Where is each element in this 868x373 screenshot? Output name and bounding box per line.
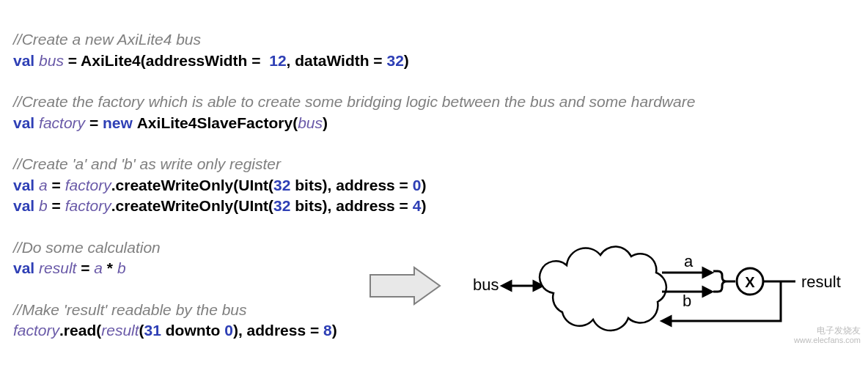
comment: //Do some calculation [13,239,161,256]
keyword-val: val [13,259,34,276]
ident-factory: factory [13,322,59,339]
op-eq: = [85,114,103,131]
ident-a: a [39,177,48,193]
ident-factory: factory [65,177,111,193]
svg-marker-2 [502,281,511,290]
svg-marker-11 [662,317,671,325]
num-32: 32 [273,197,290,214]
ident-factory: factory [39,114,85,131]
keyword-val: val [13,114,34,131]
multiplier-label: X [745,274,755,290]
call: .createWriteOnly(UInt( [111,177,273,193]
paren-close: ) [323,114,328,131]
ident-b: b [39,197,48,214]
num-4: 4 [413,197,422,214]
ident-result: result [101,322,139,339]
paren-close: ) [421,177,426,193]
a-label: a [684,252,694,270]
watermark-cn: 电子发烧友 [794,325,861,336]
svg-marker-5 [703,268,712,277]
b-label: b [683,292,691,310]
multiplier-node: X [737,268,763,295]
op-eq: = [48,197,65,214]
watermark-url: www.elecfans.com [794,336,861,345]
mid: ), address = [323,197,413,214]
op-eq: = [76,259,94,276]
num-0: 0 [224,322,233,339]
keyword-val: val [13,52,34,69]
paren-close: ) [421,197,426,214]
num-32: 32 [273,177,290,193]
paren-close: ) [404,52,409,69]
diagram-svg: bus a b X result [363,234,861,337]
ident-bus: bus [39,52,64,69]
type-slavefactory: AxiLite4SlaveFactory [137,114,293,131]
bits: bits [290,177,322,193]
comment: //Create a new AxiLite4 bus [13,31,201,48]
num-8: 8 [323,322,332,339]
num-32: 32 [386,52,403,69]
ident-b: b [117,259,126,276]
mid: ), address = [323,177,413,193]
downto: downto [161,322,224,339]
svg-marker-0 [370,267,440,304]
ident-factory: factory [65,197,111,214]
mid: ), address = [233,322,323,339]
num-31: 31 [144,322,161,339]
bits: bits [290,197,322,214]
op-eq: = [48,177,65,193]
keyword-val: val [13,177,34,193]
comma: , dataWidth = [287,52,387,69]
bus-label: bus [473,276,499,294]
ident-result: result [39,259,76,276]
call: .read( [59,322,101,339]
diagram: bus a b X result [363,234,861,337]
op-eq: = [64,52,81,69]
op-mul: * [103,259,117,276]
type-axilite4: AxiLite4 [81,52,141,69]
num-12: 12 [269,52,286,69]
comment: //Create the factory which is able to cr… [13,93,695,110]
paren: (addressWidth = [141,52,269,69]
comment: //Create 'a' and 'b' as write only regis… [13,155,281,172]
keyword-new: new [103,114,133,131]
num-0: 0 [413,177,422,193]
paren: ( [139,322,144,339]
ident-bus: bus [298,114,323,131]
result-label: result [801,273,841,291]
svg-marker-7 [703,287,712,296]
call: .createWriteOnly(UInt( [111,197,273,214]
bus-double-arrow-icon [502,281,542,290]
ident-a: a [94,259,103,276]
paren-close: ) [332,322,337,339]
comment: //Make 'result' readable by the bus [13,301,247,318]
cloud-icon [540,247,666,330]
keyword-val: val [13,197,34,214]
merge-bracket-icon [713,271,735,292]
watermark: 电子发烧友 www.elecfans.com [794,325,861,346]
arrow-icon [370,267,440,304]
